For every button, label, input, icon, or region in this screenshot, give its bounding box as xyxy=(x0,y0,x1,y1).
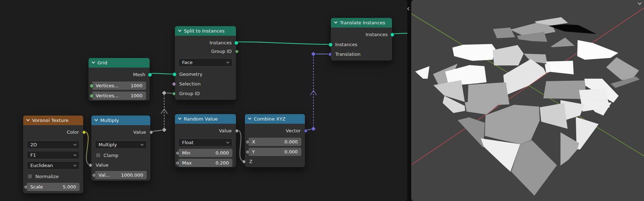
node-header-multiply[interactable]: Multiply xyxy=(91,116,150,125)
input-label-translation: Translation xyxy=(335,52,361,57)
node-combine-xyz[interactable]: Combine XYZ Vector X 0.000 Y 0.000 xyxy=(245,114,305,167)
geometry-node-editor[interactable]: Voronoi Texture Color 2D F1 Euclidean No… xyxy=(0,0,407,201)
mesh-face xyxy=(543,80,585,99)
dropdown-value: Euclidean xyxy=(30,163,74,168)
input-label-selection: Selection xyxy=(179,81,201,87)
output-label-value: Value xyxy=(133,129,146,135)
input-label-group-id: Group ID xyxy=(179,91,200,96)
dropdown-value: F1 xyxy=(30,152,74,158)
normalize-checkbox[interactable] xyxy=(27,174,32,179)
input-label-z: Z xyxy=(249,159,252,164)
node-random-value[interactable]: Random Value Value Float Min 0.000 xyxy=(175,114,236,167)
node-title: Split to Instances xyxy=(184,28,225,34)
clamp-checkbox[interactable] xyxy=(96,153,101,158)
field-label: Min xyxy=(182,150,216,156)
node-multiply[interactable]: Multiply Value Multiply Clamp Value xyxy=(91,115,151,181)
max-value-field[interactable]: Max 0.200 xyxy=(178,159,232,167)
socket-instances-output[interactable] xyxy=(234,41,238,45)
dropdown-value: Float xyxy=(182,140,227,145)
output-label-group-id: Group ID xyxy=(211,49,232,54)
field-value: 1000 xyxy=(131,93,142,98)
output-label-value: Value xyxy=(219,128,232,133)
node-header-translate[interactable]: Translate Instances xyxy=(331,18,392,28)
field-value: 0.000 xyxy=(285,139,298,144)
domain-dropdown[interactable]: Face xyxy=(178,58,232,67)
checkbox-label: Clamp xyxy=(104,153,119,158)
area-divider[interactable] xyxy=(407,0,411,201)
socket-vertices-x-input[interactable] xyxy=(90,84,94,88)
chevron-down-icon xyxy=(74,143,76,146)
voronoi-metric-dropdown[interactable]: Euclidean xyxy=(27,161,80,170)
field-value: 5.000 xyxy=(63,184,76,190)
node-header-grid[interactable]: Grid xyxy=(89,58,150,68)
socket-vertices-y-input[interactable] xyxy=(90,94,94,98)
collapse-chevron-icon[interactable] xyxy=(95,118,98,121)
vertices-y-field[interactable]: Vertices... 1000 xyxy=(92,92,146,100)
collapse-chevron-icon[interactable] xyxy=(248,116,252,120)
field-label: Max xyxy=(182,160,216,166)
node-title: Voronoi Texture xyxy=(32,118,69,123)
output-label-instances: Instances xyxy=(210,40,232,45)
chevron-left-icon[interactable] xyxy=(407,7,411,11)
x-value-field[interactable]: X 0.000 xyxy=(248,138,301,146)
field-value: 1000 xyxy=(131,83,142,88)
node-title: Random Value xyxy=(184,116,218,122)
collapse-chevron-icon[interactable] xyxy=(334,20,338,24)
node-header-voronoi[interactable]: Voronoi Texture xyxy=(23,116,83,125)
field-value: 0.000 xyxy=(216,150,229,156)
dropdown-value: Multiply xyxy=(99,142,141,147)
viewport-3d[interactable] xyxy=(411,0,644,201)
output-label-mesh: Mesh xyxy=(133,72,145,77)
checkbox-label: Normalize xyxy=(35,174,59,179)
field-label: Scale xyxy=(30,184,63,190)
chevron-down-icon xyxy=(226,60,229,63)
collapse-chevron-icon[interactable] xyxy=(178,116,182,120)
chevron-down-icon xyxy=(226,141,229,143)
field-label: Y xyxy=(252,149,285,155)
dropdown-value: 2D xyxy=(30,142,74,147)
socket-instances-output[interactable] xyxy=(390,33,394,37)
node-split-to-instances[interactable]: Split to Instances Instances Group ID Fa… xyxy=(175,26,236,100)
input-label-geometry: Geometry xyxy=(179,72,202,77)
voronoi-feature-dropdown[interactable]: F1 xyxy=(27,151,80,159)
node-header-random[interactable]: Random Value xyxy=(175,114,236,124)
scale-value-field[interactable]: Scale 5.000 xyxy=(27,183,80,191)
vertices-x-field[interactable]: Vertices... 1000 xyxy=(92,82,146,90)
output-label-instances: Instances xyxy=(366,32,388,37)
socket-geometry-input[interactable] xyxy=(172,72,177,77)
dropdown-value: Face xyxy=(182,60,227,65)
math-operation-dropdown[interactable]: Multiply xyxy=(95,141,147,149)
collapse-chevron-icon[interactable] xyxy=(92,60,95,64)
field-label: X xyxy=(252,139,285,144)
input-label-value: Value xyxy=(96,162,109,168)
node-voronoi-texture[interactable]: Voronoi Texture Color 2D F1 Euclidean No… xyxy=(23,115,84,193)
node-title: Combine XYZ xyxy=(254,116,286,122)
viewport-render xyxy=(411,0,644,201)
node-title: Multiply xyxy=(100,118,119,123)
node-header-split[interactable]: Split to Instances xyxy=(175,26,236,36)
collapse-chevron-icon[interactable] xyxy=(178,28,182,32)
socket-mesh-output[interactable] xyxy=(148,73,152,77)
data-type-dropdown[interactable]: Float xyxy=(178,138,232,147)
value-field[interactable]: Val... 1000.000 xyxy=(95,171,147,179)
output-label-vector: Vector xyxy=(286,128,301,133)
field-value: 0.000 xyxy=(285,149,298,155)
collapse-chevron-icon[interactable] xyxy=(26,118,30,121)
chevron-down-icon xyxy=(141,143,144,146)
input-label-instances: Instances xyxy=(335,42,357,47)
voronoi-dimensions-dropdown[interactable]: 2D xyxy=(27,141,80,149)
node-header-combine[interactable]: Combine XYZ xyxy=(245,114,305,124)
blender-window: Voronoi Texture Color 2D F1 Euclidean No… xyxy=(0,0,644,201)
node-grid[interactable]: Grid Mesh Vertices... 1000 Vertices... 1… xyxy=(88,58,150,101)
field-label: Vertices... xyxy=(96,93,131,98)
socket-instances-input[interactable] xyxy=(328,43,333,47)
field-value: 0.200 xyxy=(216,160,229,166)
field-label: Val... xyxy=(99,172,121,178)
field-value: 1000.000 xyxy=(121,172,143,178)
y-value-field[interactable]: Y 0.000 xyxy=(248,148,301,156)
min-value-field[interactable]: Min 0.000 xyxy=(178,149,232,157)
output-label-color: Color xyxy=(67,129,79,135)
chevron-down-icon xyxy=(74,153,76,156)
chevron-down-icon xyxy=(74,163,76,166)
node-translate-instances[interactable]: Translate Instances Instances Instances … xyxy=(331,18,392,61)
